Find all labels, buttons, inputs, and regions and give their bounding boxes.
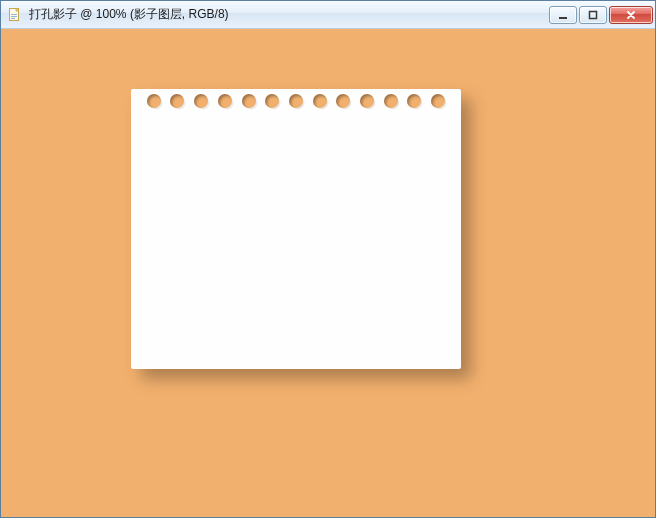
punch-hole: [289, 94, 303, 108]
punch-hole: [194, 94, 208, 108]
punch-hole: [218, 94, 232, 108]
svg-rect-3: [11, 18, 15, 19]
punch-hole: [265, 94, 279, 108]
close-icon: [625, 10, 637, 20]
maximize-icon: [588, 10, 598, 20]
punch-hole: [147, 94, 161, 108]
application-window: 打孔影子 @ 100% (影子图层, RGB/8): [0, 0, 656, 518]
document-canvas[interactable]: [1, 29, 655, 517]
svg-rect-1: [11, 14, 17, 15]
svg-rect-4: [559, 17, 567, 19]
punch-holes-row: [131, 94, 461, 108]
punch-hole: [360, 94, 374, 108]
paper-artwork: [131, 89, 461, 369]
punch-hole: [170, 94, 184, 108]
window-controls: [549, 6, 653, 24]
minimize-icon: [558, 10, 568, 20]
svg-rect-2: [11, 16, 17, 17]
punch-hole: [407, 94, 421, 108]
title-bar[interactable]: 打孔影子 @ 100% (影子图层, RGB/8): [1, 1, 655, 29]
punch-hole: [431, 94, 445, 108]
punch-hole: [384, 94, 398, 108]
maximize-button[interactable]: [579, 6, 607, 24]
punch-hole: [313, 94, 327, 108]
punch-hole: [242, 94, 256, 108]
minimize-button[interactable]: [549, 6, 577, 24]
close-button[interactable]: [609, 6, 653, 24]
app-document-icon: [7, 7, 23, 23]
punch-hole: [336, 94, 350, 108]
paper-sheet: [131, 89, 461, 369]
svg-rect-5: [590, 11, 597, 18]
window-title: 打孔影子 @ 100% (影子图层, RGB/8): [29, 6, 543, 23]
